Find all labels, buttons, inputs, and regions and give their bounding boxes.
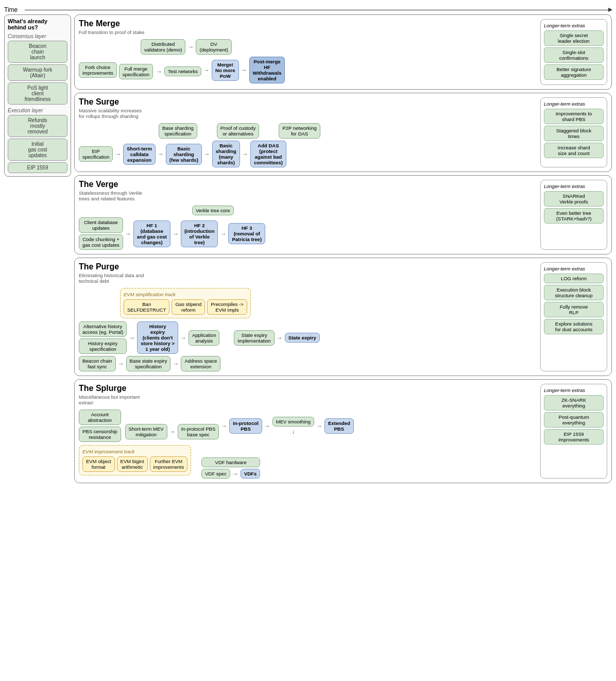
merge-subtitle: Full transition to proof of stake [79, 29, 146, 35]
main-layout: What's already behind us? Consensus laye… [4, 14, 612, 483]
test-networks-node: Test networks [164, 66, 201, 76]
state-expiry-node: State expiry [285, 333, 320, 343]
splurge-title: The Splurge [79, 384, 536, 393]
post-merge-node: Post-mergeHFWithdrawalsenabled [249, 57, 285, 83]
account-abstraction-node: Accountabstraction [79, 410, 121, 425]
purge-extras-title: Longer-term extras [544, 266, 604, 271]
purge-arrow1: → [129, 334, 135, 342]
purge-arrow2: → [180, 334, 186, 342]
alt-history-node: Alternative historyaccess (eg. Portal) [79, 321, 127, 337]
fully-remove-rlp-box: Fully removeRLP [544, 302, 604, 317]
improvements-shard-pbs-box: Improvements toshard PBS [544, 109, 604, 124]
extended-pbs-node: ExtendedPBS [324, 418, 354, 434]
pbs-censorship-node: PBS censorshipresistance [79, 427, 121, 442]
splurge-vdf-arrow: → [232, 470, 238, 478]
staggered-block-box: Staggered blocktimes [544, 126, 604, 141]
base-sharding-spec-node: Base shardingspecification [159, 123, 197, 139]
eip-spec-node: EIPspecification [79, 146, 113, 162]
history-expiry-spec-node: History expiryspecification [79, 338, 127, 354]
explore-dust-box: Explore solutionsfor dust accounts [544, 319, 604, 334]
verge-title: The Verge [79, 180, 536, 189]
merge-extras: Longer-term extras Single secretleader e… [540, 19, 607, 85]
eip1559-improvements-box: EIP 1559improvements [544, 429, 604, 445]
post-quantum-box: Post-quantumeverything [544, 412, 604, 428]
purge-arrow4: → [118, 360, 124, 367]
in-protocol-pbs-node: In-protocolPBS [229, 418, 262, 434]
evm-improvement-track: EVM improvement track EVM objectformat E… [79, 445, 191, 475]
in-protocol-pbs-spec-node: In-protocol PBSbase spec [178, 424, 219, 439]
splurge-arrow1: → [169, 428, 176, 435]
snarked-verkle-box: SNARKedVerkle proofs [544, 191, 604, 207]
splurge-subtitle: Miscellaneous but important extras! [79, 394, 146, 405]
even-better-tree-box: Even better tree(STARK+hash?) [544, 208, 604, 224]
consensus-layer-label: Consensus layer [8, 33, 67, 39]
splurge-arrow4: ↓ [292, 428, 295, 435]
surge-arrow4: → [242, 150, 248, 158]
splurge-arrow2: → [221, 422, 227, 430]
verge-subtitle: Statelessness through Verkle trees and r… [79, 190, 146, 201]
arrow3: → [203, 66, 210, 74]
surge-arrow3: → [204, 150, 210, 158]
vdf-hardware-node: VDF hardware [201, 457, 260, 467]
verge-extras: Longer-term extras SNARKedVerkle proofs … [540, 180, 607, 250]
content: The Merge Full transition to proof of st… [74, 14, 612, 483]
purge-section: The Purge Eliminating historical data an… [74, 258, 612, 376]
hf1-node: HF 1(databaseand gas costchanges) [133, 220, 170, 247]
merge-node: Merge!No morePoW [212, 60, 239, 81]
short-term-mev-node: Short-term MEVmitigation [125, 424, 167, 439]
proof-custody-node: Proof of custodyor alternatives [217, 123, 260, 139]
arrow2: → [156, 68, 162, 75]
left-panel: What's already behind us? Consensus laye… [4, 14, 71, 483]
exec-block-box: Execution blockstructure cleanup [544, 285, 604, 300]
surge-extras: Longer-term extras Improvements toshard … [540, 97, 607, 167]
app-analysis-node: Applicationanalysis [189, 330, 219, 346]
merge-title: The Merge [79, 19, 536, 28]
dv-node: DV(deployment) [196, 39, 231, 55]
splurge-section: The Splurge Miscellaneous but important … [74, 379, 612, 483]
p2p-networking-node: P2P networkingfor DAS [279, 123, 320, 139]
surge-extras-title: Longer-term extras [544, 101, 604, 107]
single-slot-box: Single-slotconfirmations [544, 47, 604, 63]
page: Time What's already behind us? Consensus… [0, 0, 616, 487]
verkle-tree-core-node: Verkle tree core [192, 206, 234, 215]
better-sig-box: Better signatureaggregation [544, 64, 604, 80]
evm-simplification-title: EVM simplification track [124, 292, 247, 297]
arrow1: → [187, 43, 194, 50]
warmup-fork-box: Warmup fork(Altair) [8, 64, 67, 81]
hf2-node: HF 2(introductionof Verkletree) [181, 220, 218, 247]
verge-extras-title: Longer-term extras [544, 183, 604, 189]
purge-extras: Longer-term extras LOG reform Execution … [540, 262, 607, 371]
add-das-node: Add DAS(protectagainst badcommittees) [250, 141, 286, 167]
time-header: Time [4, 4, 612, 14]
refunds-box: Refundsmostlyremoved [8, 115, 67, 137]
surge-section: The Surge Massive scalability increases … [74, 93, 612, 172]
zk-snark-box: ZK-SNARKeverything [544, 395, 604, 411]
already-title: What's already behind us? [8, 18, 67, 30]
purge-title: The Purge [79, 262, 536, 271]
further-evm-node: Further EVMimprovements [150, 456, 188, 472]
state-expiry-impl-node: State expiryimplementation [234, 330, 274, 346]
eip1559-box: EIP 1559 [8, 162, 67, 173]
surge-arrow2: → [158, 150, 164, 158]
pos-light-box: PoS lightclientfriendliness [8, 82, 67, 105]
execution-layer-label: Execution layer [8, 108, 67, 113]
gas-stipend-reform-node: Gas stipendreform [172, 299, 205, 315]
history-expiry-node: Historyexpiry(clients don'tstore history… [137, 321, 178, 354]
code-chunking-node: Code chunking +gas cost updates [79, 234, 123, 250]
full-merge-node: Full mergespecification [119, 64, 153, 79]
base-state-expiry-node: Base state expiryspecification [126, 356, 171, 371]
time-label: Time [4, 6, 18, 13]
surge-title: The Surge [79, 97, 536, 107]
surge-subtitle: Massive scalability increases for rollup… [79, 108, 146, 119]
ban-selfdestruct-node: BanSELFDESTRUCT [124, 299, 169, 315]
short-term-calldata-node: Short-termcalldataexpansion [123, 144, 156, 165]
evm-improvement-title: EVM improvement track [82, 449, 187, 454]
verge-section: The Verge Statelessness through Verkle t… [74, 175, 612, 254]
basic-sharding-few-node: Basicsharding(few shards) [166, 144, 202, 165]
splurge-arrow3: → [264, 422, 270, 430]
vdf-spec-node: VDF spec [201, 469, 230, 479]
distributed-validators-node: Distributedvalidators (demo) [141, 39, 185, 55]
verge-arrow2: → [173, 230, 179, 237]
hf3-node: HF 3(removal ofPatricia tree) [228, 223, 265, 244]
merge-section: The Merge Full transition to proof of st… [74, 14, 612, 90]
